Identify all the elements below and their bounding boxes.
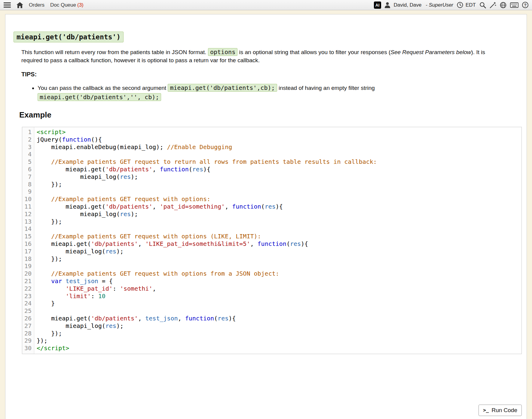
code-token-pln: ); (116, 248, 124, 255)
keyboard-icon[interactable] (510, 2, 518, 8)
search-icon[interactable] (479, 2, 486, 8)
code-line: mieapi_log(res); (37, 210, 519, 218)
code-token-pln: ( (214, 315, 218, 322)
code-token-var: res (105, 322, 116, 329)
code-token-var: res (105, 248, 116, 255)
code-token-pln: : (113, 285, 120, 292)
code-token-pln: mieapi.get( (37, 315, 91, 322)
user-name[interactable]: David, Dave (394, 2, 422, 8)
code-line: mieapi_log(res); (37, 173, 519, 181)
code-token-pln: }); (37, 330, 62, 337)
code-token-str: 'pat_id=something' (160, 203, 225, 210)
nav-orders[interactable]: Orders (29, 2, 44, 8)
line-number: 28 (22, 330, 32, 337)
line-number: 18 (22, 255, 32, 263)
globe-icon[interactable] (500, 2, 506, 8)
code-line: 'LIKE_pat_id': 'somethi', (37, 285, 519, 292)
code-token-pln: ( (286, 240, 290, 247)
code-token-var: test_json (145, 315, 178, 322)
timezone-label[interactable]: EDT (466, 2, 476, 8)
code-line: jQuery(function(){ (37, 136, 519, 143)
doc-card: mieapi.get('db/patients') This function … (5, 14, 527, 419)
code-token-pln: , (152, 285, 156, 292)
code-token-pln: = { (98, 277, 113, 285)
ai-badge[interactable]: AI (374, 2, 381, 9)
run-code-label: Run Code (491, 407, 517, 414)
code-token-str: 'limit' (66, 292, 91, 300)
terminal-prompt-icon: >_ (483, 407, 489, 413)
doc-queue-count-badge: (3) (77, 2, 84, 8)
code-line: }); (37, 255, 519, 263)
code-line: mieapi.get('db/patients', function(res){ (37, 166, 519, 173)
code-token-var: res (120, 210, 131, 218)
inline-code: mieapi.get('db/patients','', cb); (38, 93, 161, 101)
code-line: mieapi.enableDebug(mieapi_log); //Enable… (37, 143, 519, 151)
inline-code: options (208, 48, 237, 56)
user-icon[interactable] (385, 2, 390, 8)
page-title: mieapi.get('db/patients') (14, 31, 522, 41)
user-role: - SuperUser (426, 2, 453, 8)
code-token-str: 'db/patients' (91, 315, 138, 322)
line-number: 8 (22, 181, 32, 188)
line-number: 15 (22, 233, 32, 240)
code-token-var: res (192, 166, 203, 173)
code-token-str: 'db/patients' (105, 203, 153, 210)
code-token-str: 'db/patients' (105, 166, 153, 173)
emphasis-text: See Request Parameters below (390, 49, 471, 55)
line-number: 13 (22, 218, 32, 225)
code-token-pln: }); (37, 255, 62, 262)
line-number: 4 (22, 151, 32, 158)
line-number: 16 (22, 240, 32, 248)
code-token-tag: </script> (37, 344, 69, 352)
line-number: 24 (22, 300, 32, 307)
menu-icon[interactable] (4, 2, 11, 8)
code-token-str: 'LIKE_pat_id=somethi&limit=5' (145, 240, 250, 247)
code-token-pln: ){ (301, 240, 308, 247)
code-token-pln: mieapi_log( (37, 248, 105, 255)
tips-list: You can pass the callback as the second … (30, 83, 522, 102)
code-token-pln: mieapi.get( (37, 166, 105, 173)
code-token-var: res (265, 203, 276, 210)
line-number: 14 (22, 225, 32, 233)
code-token-kw: function (185, 315, 214, 322)
line-number: 5 (22, 158, 32, 166)
code-token-pln: mieapi_log( (37, 210, 120, 218)
help-icon[interactable]: ? (522, 2, 528, 8)
code-token-pln (37, 277, 51, 285)
code-token-pln (62, 277, 66, 285)
code-token-str: 'db/patients' (91, 240, 138, 247)
line-number: 21 (22, 277, 32, 285)
code-token-kw: function (160, 166, 188, 173)
code-lines[interactable]: <script>jQuery(function(){ mieapi.enable… (34, 127, 521, 354)
code-token-cmt: //Example patients GET request with opti… (51, 270, 279, 277)
code-line: <script> (37, 128, 519, 136)
inline-code: mieapi.get('db/patients',cb); (168, 84, 277, 92)
line-number: 30 (22, 344, 32, 352)
code-token-pln: , (152, 166, 160, 173)
line-number: 25 (22, 307, 32, 315)
code-token-str: 'somethi' (120, 285, 152, 292)
code-token-pln: : (91, 292, 98, 300)
code-token-var: res (290, 240, 301, 247)
line-number: 11 (22, 203, 32, 210)
code-line (37, 307, 519, 315)
line-number: 7 (22, 173, 32, 181)
code-token-pln: mieapi.get( (37, 203, 105, 210)
wand-icon[interactable] (490, 2, 496, 8)
clock-icon[interactable] (457, 2, 463, 8)
line-number: 6 (22, 166, 32, 173)
code-line: var test_json = { (37, 277, 519, 285)
home-icon[interactable] (17, 2, 23, 8)
code-token-pln: , (138, 315, 145, 322)
doc-queue-label[interactable]: Doc Queue (50, 2, 76, 8)
code-token-pln: jQuery( (37, 136, 62, 143)
run-code-button[interactable]: >_ Run Code (478, 405, 522, 416)
code-line: mieapi_log(res); (37, 248, 519, 255)
code-token-cmt: //Enable Debugging (167, 143, 232, 151)
code-block: 1234567891011121314151617181920212223242… (22, 127, 522, 354)
nav-doc-queue[interactable]: Doc Queue (3) (50, 2, 84, 8)
line-number: 29 (22, 337, 32, 344)
code-line: mieapi.get('db/patients', 'pat_id=someth… (37, 203, 519, 210)
tips-label: TIPS: (21, 71, 522, 78)
code-gutter: 1234567891011121314151617181920212223242… (22, 127, 34, 354)
